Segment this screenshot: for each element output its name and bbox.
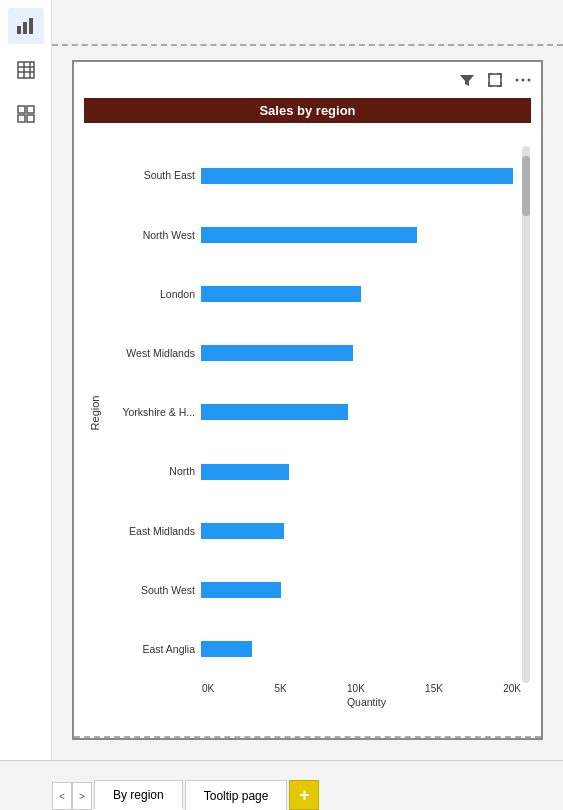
bar[interactable] bbox=[201, 641, 252, 657]
svg-rect-9 bbox=[27, 106, 34, 113]
x-tick-label: 5K bbox=[275, 683, 287, 694]
x-tick-label: 10K bbox=[347, 683, 365, 694]
svg-rect-2 bbox=[29, 18, 33, 34]
y-category-label: West Midlands bbox=[106, 347, 201, 360]
y-category-label: East Midlands bbox=[106, 525, 201, 538]
y-category-label: North bbox=[106, 465, 201, 478]
bar-row bbox=[201, 638, 521, 660]
bar-row bbox=[201, 165, 521, 187]
expand-icon[interactable] bbox=[485, 70, 505, 90]
svg-rect-12 bbox=[489, 74, 501, 86]
sidebar bbox=[0, 0, 52, 760]
y-category-label: North West bbox=[106, 229, 201, 242]
bar-chart-sidebar-icon[interactable] bbox=[8, 8, 44, 44]
bar-row bbox=[201, 342, 521, 364]
chart-toolbar bbox=[457, 70, 533, 90]
dotted-border-bottom bbox=[74, 736, 541, 738]
bar[interactable] bbox=[201, 523, 284, 539]
svg-point-15 bbox=[528, 79, 531, 82]
y-category-label: Yorkshire & H... bbox=[106, 406, 201, 419]
filter-icon[interactable] bbox=[457, 70, 477, 90]
bar[interactable] bbox=[201, 286, 361, 302]
x-axis-title: Quantity bbox=[84, 696, 531, 708]
bar-row bbox=[201, 579, 521, 601]
bar[interactable] bbox=[201, 464, 289, 480]
x-tick-label: 15K bbox=[425, 683, 443, 694]
svg-rect-8 bbox=[18, 106, 25, 113]
x-axis: 0K5K10K15K20K Quantity bbox=[84, 683, 531, 708]
svg-rect-0 bbox=[17, 26, 21, 34]
svg-point-13 bbox=[516, 79, 519, 82]
svg-point-14 bbox=[522, 79, 525, 82]
chart-container: Sales by region Region South EastNorth W… bbox=[72, 60, 543, 740]
y-axis-label: Region bbox=[89, 395, 101, 430]
table-sidebar-icon[interactable] bbox=[8, 52, 44, 88]
main-area: Sales by region Region South EastNorth W… bbox=[52, 0, 563, 760]
bar[interactable] bbox=[201, 345, 353, 361]
bar[interactable] bbox=[201, 582, 281, 598]
x-tick-label: 20K bbox=[503, 683, 521, 694]
svg-rect-10 bbox=[18, 115, 25, 122]
bar[interactable] bbox=[201, 404, 348, 420]
chart-title: Sales by region bbox=[84, 98, 531, 123]
tab-by-region[interactable]: By region bbox=[94, 780, 183, 810]
y-categories: South EastNorth WestLondonWest MidlandsY… bbox=[106, 142, 201, 683]
y-category-label: East Anglia bbox=[106, 643, 201, 656]
bar-row bbox=[201, 401, 521, 423]
tab-next-button[interactable]: > bbox=[72, 782, 92, 810]
x-axis-labels: 0K5K10K15K20K bbox=[84, 683, 531, 694]
tab-prev-button[interactable]: < bbox=[52, 782, 72, 810]
bar-row bbox=[201, 461, 521, 483]
y-category-label: South East bbox=[106, 169, 201, 182]
y-axis-label-wrap: Region bbox=[84, 142, 106, 683]
bar-row bbox=[201, 224, 521, 246]
svg-rect-11 bbox=[27, 115, 34, 122]
scrollbar[interactable] bbox=[521, 142, 531, 683]
bottom-tabs: < > By region Tooltip page + bbox=[0, 760, 563, 810]
svg-rect-3 bbox=[18, 62, 34, 78]
x-tick-label: 0K bbox=[202, 683, 214, 694]
y-category-label: South West bbox=[106, 584, 201, 597]
dotted-border-top bbox=[52, 44, 563, 46]
more-options-icon[interactable] bbox=[513, 70, 533, 90]
bar-row bbox=[201, 283, 521, 305]
svg-rect-1 bbox=[23, 22, 27, 34]
tab-tooltip-page[interactable]: Tooltip page bbox=[185, 780, 288, 810]
y-category-label: London bbox=[106, 288, 201, 301]
matrix-sidebar-icon[interactable] bbox=[8, 96, 44, 132]
bars-area bbox=[201, 142, 521, 683]
bar[interactable] bbox=[201, 168, 513, 184]
bar-chart: Region South EastNorth WestLondonWest Mi… bbox=[84, 142, 531, 683]
tab-add-button[interactable]: + bbox=[289, 780, 319, 810]
bar-row bbox=[201, 520, 521, 542]
bar[interactable] bbox=[201, 227, 417, 243]
